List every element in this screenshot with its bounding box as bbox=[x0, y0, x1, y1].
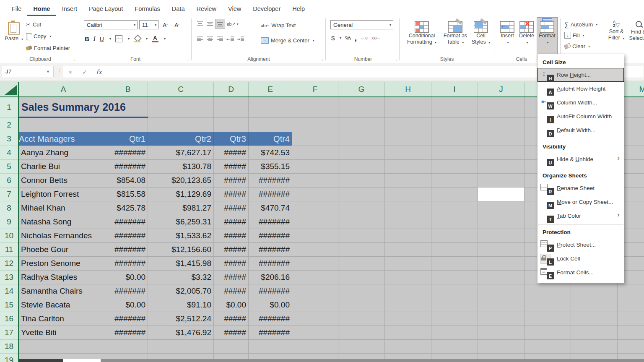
cell-G13[interactable] bbox=[338, 271, 385, 284]
bold-button[interactable]: B bbox=[85, 35, 89, 42]
row-header-10[interactable]: 10 bbox=[0, 229, 18, 243]
align-top-button[interactable] bbox=[195, 19, 205, 29]
insert-function-icon[interactable]: fx bbox=[92, 68, 106, 76]
cell-J5[interactable] bbox=[478, 160, 525, 174]
cell-K16[interactable] bbox=[525, 312, 571, 326]
cell-J12[interactable] bbox=[478, 257, 525, 271]
cell-I15[interactable] bbox=[431, 298, 478, 312]
cell-B2[interactable] bbox=[108, 118, 148, 132]
cell-G10[interactable] bbox=[338, 229, 385, 243]
cell-C6[interactable]: $20,123.65 bbox=[148, 174, 214, 188]
column-header-H[interactable]: H bbox=[385, 82, 431, 96]
enter-icon[interactable]: ✓ bbox=[78, 68, 92, 76]
tab-developer[interactable]: Developer bbox=[247, 3, 286, 16]
cell-H3[interactable] bbox=[385, 132, 431, 146]
cell-F2[interactable] bbox=[292, 118, 338, 132]
cell-G7[interactable] bbox=[338, 188, 385, 201]
drag-handle-icon[interactable]: ⋮ bbox=[57, 68, 62, 74]
cell-D8[interactable]: ##### bbox=[214, 201, 249, 215]
cell-G1[interactable] bbox=[338, 97, 385, 118]
cell-D17[interactable]: ##### bbox=[214, 326, 249, 340]
paste-button[interactable]: Paste ▾ bbox=[4, 18, 23, 54]
cell-J16[interactable] bbox=[478, 312, 525, 326]
cell-C13[interactable]: $3.32 bbox=[148, 271, 214, 284]
cell-A14[interactable]: Samantha Chairs bbox=[19, 284, 108, 298]
cell-B16[interactable]: ####### bbox=[108, 312, 148, 326]
cell-J9[interactable] bbox=[478, 215, 525, 229]
cell-D2[interactable] bbox=[214, 118, 249, 132]
cell-B15[interactable]: $0.00 bbox=[108, 298, 148, 312]
increase-indent-button[interactable]: ⇥ bbox=[236, 34, 245, 44]
cell-B7[interactable]: $815.58 bbox=[108, 188, 148, 201]
cell-D7[interactable]: ##### bbox=[214, 188, 249, 201]
menu-item-rename-sheet[interactable]: RRename Sheet bbox=[538, 181, 624, 195]
cell-I8[interactable] bbox=[431, 201, 478, 215]
increase-decimal-button[interactable]: ←.0 bbox=[361, 36, 368, 40]
cancel-icon[interactable]: × bbox=[63, 68, 78, 76]
cell-G9[interactable] bbox=[338, 215, 385, 229]
cell-E15[interactable]: $0.00 bbox=[249, 298, 292, 312]
clear-button[interactable]: Clear▾ bbox=[564, 41, 597, 51]
row-header-11[interactable]: 11 bbox=[0, 243, 18, 257]
cell-G8[interactable] bbox=[338, 201, 385, 215]
borders-button[interactable] bbox=[115, 35, 122, 42]
cell-J14[interactable] bbox=[478, 284, 525, 298]
cell-K18[interactable] bbox=[525, 340, 571, 354]
cell-B14[interactable]: ####### bbox=[108, 284, 148, 298]
cell-I13[interactable] bbox=[431, 271, 478, 284]
cell-H9[interactable] bbox=[385, 215, 431, 229]
cell-F7[interactable] bbox=[292, 188, 338, 201]
cell-M16[interactable] bbox=[618, 312, 644, 326]
cell-J17[interactable] bbox=[478, 326, 525, 340]
menu-item-default-width[interactable]: DDefault Width... bbox=[538, 123, 624, 137]
cell-M17[interactable] bbox=[618, 326, 644, 340]
cell-A18[interactable] bbox=[19, 340, 108, 354]
cell-A2[interactable] bbox=[19, 118, 108, 132]
cell-L16[interactable] bbox=[571, 312, 618, 326]
cell-G5[interactable] bbox=[338, 160, 385, 174]
cell-C16[interactable]: $2,512.24 bbox=[148, 312, 214, 326]
cell-H6[interactable] bbox=[385, 174, 431, 188]
cell-E5[interactable]: $355.15 bbox=[249, 160, 292, 174]
menu-item-move-or-copy-sheet[interactable]: MMove or Copy Sheet... bbox=[538, 195, 624, 209]
row-header-12[interactable]: 12 bbox=[0, 257, 18, 271]
cell-C9[interactable]: $6,259.31 bbox=[148, 215, 214, 229]
cell-G2[interactable] bbox=[338, 118, 385, 132]
cell-E16[interactable]: ####### bbox=[249, 312, 292, 326]
cell-D4[interactable]: ##### bbox=[214, 146, 249, 160]
cell-H1[interactable] bbox=[385, 97, 431, 118]
cell-B11[interactable]: ####### bbox=[108, 243, 148, 257]
align-bottom-button[interactable] bbox=[216, 19, 225, 29]
menu-item-lock-cell[interactable]: LLock Cell bbox=[538, 252, 624, 266]
cell-I14[interactable] bbox=[431, 284, 478, 298]
cell-J3[interactable] bbox=[478, 132, 525, 146]
font-dialog-launcher-icon[interactable]: ⌟ bbox=[187, 57, 189, 62]
cell-H2[interactable] bbox=[385, 118, 431, 132]
cell-J4[interactable] bbox=[478, 146, 525, 160]
column-header-E[interactable]: E bbox=[249, 82, 292, 96]
cell-G15[interactable] bbox=[338, 298, 385, 312]
cell-B4[interactable]: ####### bbox=[108, 146, 148, 160]
cell-M15[interactable] bbox=[618, 298, 644, 312]
cell-I16[interactable] bbox=[431, 312, 478, 326]
row-header-8[interactable]: 8 bbox=[0, 201, 18, 215]
cell-D6[interactable]: ##### bbox=[214, 174, 249, 188]
row-header-13[interactable]: 13 bbox=[0, 271, 18, 284]
cell-F15[interactable] bbox=[292, 298, 338, 312]
cell-A6[interactable]: Connor Betts bbox=[19, 174, 108, 188]
fill-button[interactable]: ↓Fill▾ bbox=[564, 30, 597, 40]
align-right-button[interactable] bbox=[216, 34, 225, 44]
cell-G16[interactable] bbox=[338, 312, 385, 326]
cell-A12[interactable]: Preston Senome bbox=[19, 257, 108, 271]
cell-G4[interactable] bbox=[338, 146, 385, 160]
row-header-18[interactable]: 18 bbox=[0, 340, 18, 354]
find-select-button[interactable]: Find & Select ▾ bbox=[628, 18, 644, 61]
cell-H15[interactable] bbox=[385, 298, 431, 312]
cell-F14[interactable] bbox=[292, 284, 338, 298]
cell-J15[interactable] bbox=[478, 298, 525, 312]
cell-D11[interactable]: ##### bbox=[214, 243, 249, 257]
cell-I17[interactable] bbox=[431, 326, 478, 340]
tab-formulas[interactable]: Formulas bbox=[129, 3, 166, 16]
column-header-C[interactable]: C bbox=[148, 82, 214, 96]
cell-G17[interactable] bbox=[338, 326, 385, 340]
